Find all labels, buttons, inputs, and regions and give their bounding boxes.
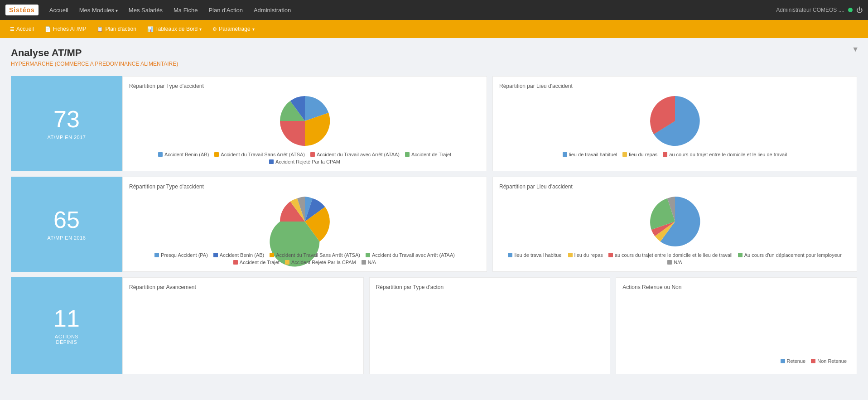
legend-label: lieu du repas [629, 152, 657, 157]
chart-retenue-title: Actions Retenue ou Non [622, 284, 850, 290]
chart-section-2017: Répartition par Type d'accident [122, 76, 857, 171]
sub-nav-tableaux[interactable]: 📊 Tableaux de Bord [143, 24, 206, 34]
sub-nav-fiches-label: Fiches AT/MP [53, 26, 87, 32]
legend-label: Accident de Trajet [411, 152, 451, 157]
legend-color [213, 253, 218, 257]
chart-type-2017-title: Répartition par Type d'accident [129, 83, 480, 89]
settings-icon: ⚙ [212, 26, 217, 32]
legend-item: Accident du Travail Sans Arrêt (ATSA) [214, 152, 305, 157]
legend-label: Accident Benin (AB) [220, 252, 264, 258]
legend-label: lieu de travail habituel [514, 252, 562, 258]
legend-color [269, 159, 274, 164]
pie-lieu-2017 [648, 94, 702, 148]
page-subtitle: HYPERMARCHE (COMMERCE A PREDOMINANCE ALI… [11, 61, 857, 67]
legend-item: N/A [362, 260, 376, 265]
top-nav-right: Administrateur COMEOS .... ⏻ [776, 6, 863, 14]
legend-item: lieu du repas [622, 152, 657, 157]
legend-item: Accident de Trajet [405, 152, 451, 157]
legend-item: lieu du repas [568, 252, 603, 258]
legend-label: Retenue [787, 358, 806, 364]
pie-lieu-2016 [648, 194, 702, 249]
nav-mes-salaries[interactable]: Mes Salariés [129, 7, 163, 14]
stat-box-actions: 11 ACTIONSDÉFINIS [11, 277, 122, 374]
stat-number-2017: 73 [53, 107, 80, 131]
retenue-bottom: Retenue Non Retenue [622, 295, 850, 367]
legend-item: Accident du Travail Sans Arrêt (ATSA) [270, 252, 360, 258]
user-name: Administrateur COMEOS .... [776, 7, 844, 13]
chart-section-2016: Répartition par Type d'accident [122, 177, 857, 272]
pie-type-2017 [278, 94, 332, 148]
legend-color [667, 260, 672, 265]
page-content: Analyse AT/MP HYPERMARCHE (COMMERCE A PR… [0, 38, 868, 389]
legend-label: Accident Rejeté Par la CPAM [291, 260, 356, 265]
legend-color [154, 253, 159, 257]
legend-label: Accident Benin (AB) [164, 152, 209, 157]
chart-avancement: Répartition par Avancement [122, 277, 364, 374]
chart-lieu-2016-title: Répartition par Lieu d'accident [499, 183, 850, 190]
legend-color [811, 359, 815, 363]
logo[interactable]: Sistéos [5, 5, 39, 15]
legend-label: au cours du trajet entre le domicile et … [669, 152, 787, 157]
legend-label: N/A [674, 260, 682, 265]
fiches-icon: 📄 [45, 26, 51, 32]
legend-label: Accident du Travail Sans Arrêt (ATSA) [276, 252, 360, 258]
legend-item: au cours du trajet entre le domicile et … [608, 252, 733, 258]
legend-item: lieu de travail habituel [508, 252, 562, 258]
legend-label: lieu du repas [574, 252, 603, 258]
home-icon: ☰ [10, 26, 14, 32]
legend-label: Accident Rejeté Par la CPAM [275, 159, 340, 164]
legend-item: Accident Rejeté Par la CPAM [269, 159, 340, 164]
sub-nav-accueil-label: Accueil [16, 26, 34, 32]
legend-item-non-retenue: Non Retenue [811, 358, 847, 364]
chart-lieu-2016: Répartition par Lieu d'accident [492, 177, 857, 272]
power-icon[interactable]: ⏻ [856, 6, 863, 14]
pie-type-2016 [278, 194, 332, 249]
nav-accueil[interactable]: Accueil [49, 7, 68, 14]
nav-administration[interactable]: Administration [254, 7, 291, 14]
sub-nav-plan-action[interactable]: 📋 Plan d'action [92, 24, 140, 34]
stat-box-2017: 73 AT/MP EN 2017 [11, 76, 122, 171]
legend-item: Accident du Travail avec Arrêt (ATAA) [310, 152, 400, 157]
actions-charts: Répartition par Avancement Répartition p… [122, 277, 857, 374]
filter-icon[interactable]: ▼ [852, 45, 859, 53]
nav-mes-modules[interactable]: Mes Modules [79, 7, 118, 14]
sub-nav-fiches[interactable]: 📄 Fiches AT/MP [40, 24, 91, 34]
sub-nav-accueil[interactable]: ☰ Accueil [5, 24, 39, 34]
legend-color [622, 152, 627, 157]
legend-label: Accident du Travail avec Arrêt (ATAA) [317, 152, 400, 157]
legend-item: lieu de travail habituel [563, 152, 617, 157]
legend-item: Accident du Travail avec Arrêt (ATAA) [366, 252, 455, 258]
sub-nav-tableaux-label: Tableaux de Bord [155, 26, 198, 32]
nav-ma-fiche[interactable]: Ma Fiche [174, 7, 198, 14]
sub-nav: ☰ Accueil 📄 Fiches AT/MP 📋 Plan d'action… [0, 20, 868, 38]
legend-color [568, 253, 573, 257]
plan-icon: 📋 [97, 26, 103, 32]
nav-plan-action[interactable]: Plan d'Action [208, 7, 242, 14]
stat-row-2017: 73 AT/MP EN 2017 Répartition par Type d'… [11, 76, 857, 171]
sub-nav-plan-label: Plan d'action [105, 26, 136, 32]
legend-label: N/A [368, 260, 376, 265]
legend-color [362, 260, 366, 265]
legend-color [158, 152, 163, 157]
legend-item: Au cours d'un déplacement pour lemployeu… [738, 252, 842, 258]
legend-color [738, 253, 743, 257]
sub-nav-parametrage[interactable]: ⚙ Paramétrage [208, 24, 259, 34]
legend-color [233, 260, 238, 265]
legend-color [214, 152, 219, 157]
legend-item: Accident de Trajet [233, 260, 280, 265]
chart-type-2016-title: Répartition par Type d'accident [129, 183, 480, 190]
legend-label: Accident de Trajet [240, 260, 280, 265]
legend-color [285, 260, 289, 265]
legend-item: Accident Benin (AB) [158, 152, 209, 157]
legend-color [663, 152, 667, 157]
chart-lieu-2017-title: Répartition par Lieu d'accident [499, 83, 850, 89]
legend-color [608, 253, 613, 257]
chart-retenue: Actions Retenue ou Non Retenue Non Reten… [616, 277, 857, 374]
legend-type-2016: Presqu Accident (PA) Accident Benin (AB)… [129, 252, 480, 265]
chart-type-2016: Répartition par Type d'accident [122, 177, 487, 272]
legend-item: Accident Benin (AB) [213, 252, 264, 258]
legend-lieu-2017: lieu de travail habituel lieu du repas a… [563, 152, 787, 157]
chart-avancement-title: Répartition par Avancement [129, 284, 357, 290]
chart-type-2017-area: Accident Benin (AB) Accident du Travail … [129, 94, 480, 164]
legend-label: Non Retenue [817, 358, 847, 364]
